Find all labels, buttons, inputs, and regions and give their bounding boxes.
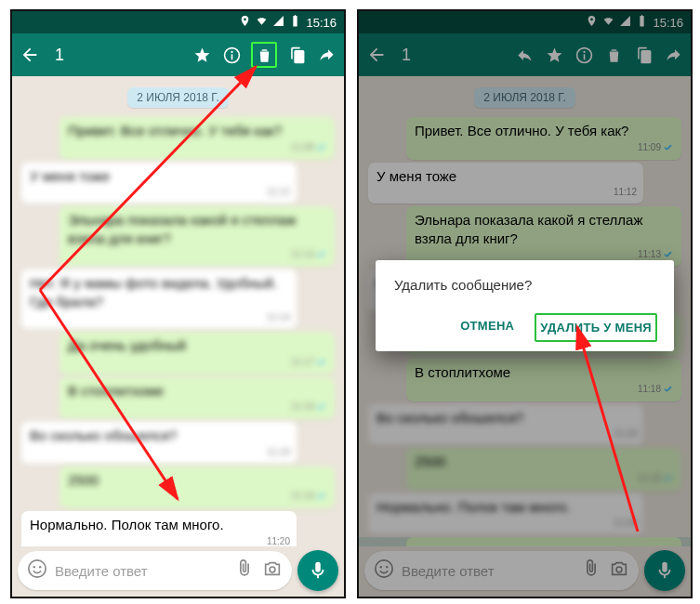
emoji-icon[interactable]	[27, 558, 47, 583]
message-bubble[interactable]: У меня тоже11:12	[21, 163, 297, 204]
input-placeholder: Введите ответ	[55, 563, 227, 579]
message-bubble[interactable]: Да очень удобный11:17	[59, 332, 335, 374]
message-bubble[interactable]: Привет. Все отлично. У тебя как?11:09	[59, 117, 335, 160]
message-bubble[interactable]: Во сколько обошелся?11:19	[21, 422, 297, 464]
phone-right: 15:16 1 2 ИЮЛЯ 2018 Г. Привет. Все отлич…	[357, 9, 693, 598]
message-text: У меня тоже	[30, 168, 110, 184]
message-text: Нет. Я у мамы фото видела. Удобный. Где …	[30, 275, 277, 309]
dialog-delete-for-me-button[interactable]: УДАЛИТЬ У МЕНЯ	[535, 313, 657, 342]
delete-icon-highlighted[interactable]	[251, 42, 277, 68]
dialog-cancel-button[interactable]: ОТМЕНА	[456, 313, 518, 342]
message-meta: 11:18	[68, 400, 328, 414]
battery-icon	[289, 15, 301, 30]
delete-icon	[254, 45, 274, 65]
back-icon[interactable]	[20, 45, 40, 65]
selection-count: 1	[49, 46, 182, 65]
phone-left: 15:16 1 2 ИЮЛЯ 2018 Г. Привет. Все отлич…	[10, 9, 346, 598]
message-text: Нормально. Полок там много.	[30, 517, 224, 532]
read-tick-icon	[317, 249, 328, 261]
chat-area[interactable]: 2 ИЮЛЯ 2018 Г. Привет. Все отлично. У те…	[12, 76, 344, 546]
date-pill: 2 ИЮЛЯ 2018 Г.	[127, 87, 229, 108]
read-tick-icon	[317, 142, 328, 154]
read-tick-icon	[317, 401, 328, 414]
message-input[interactable]: Введите ответ	[18, 551, 292, 590]
attach-icon[interactable]	[234, 558, 255, 583]
message-bubble[interactable]: Нет. Я у мамы фото видела. Удобный. Где …	[21, 269, 297, 329]
svg-point-2	[33, 566, 35, 568]
message-meta: 11:19	[68, 490, 328, 503]
message-meta: 11:14	[30, 311, 290, 323]
dialog-title: Удалить сообщение?	[394, 277, 657, 293]
info-icon[interactable]	[221, 45, 242, 65]
statusbar: 15:16	[12, 11, 344, 33]
message-text: В стоплитхоме	[68, 383, 164, 399]
message-text: Эльнара показала какой я стеллаж взяла д…	[68, 212, 296, 246]
star-icon[interactable]	[192, 45, 212, 65]
read-tick-icon	[317, 491, 328, 503]
location-icon	[239, 15, 251, 30]
clock-text: 15:16	[306, 16, 337, 30]
svg-point-3	[39, 566, 41, 568]
message-meta: 11:17	[68, 356, 328, 369]
appbar-selection: 1	[12, 33, 344, 76]
message-bubble[interactable]: В стоплитхоме11:18	[59, 377, 335, 420]
camera-icon[interactable]	[262, 558, 283, 583]
delete-dialog: Удалить сообщение? ОТМЕНА УДАЛИТЬ У МЕНЯ	[376, 260, 674, 351]
forward-icon[interactable]	[316, 45, 337, 65]
message-meta: 11:19	[30, 446, 290, 458]
svg-point-0	[231, 50, 232, 52]
copy-icon[interactable]	[286, 45, 307, 65]
input-bar: Введите ответ	[18, 550, 338, 591]
message-meta: 11:09	[68, 141, 328, 154]
message-bubble[interactable]: Нормально. Полок там много.11:20	[21, 511, 297, 546]
svg-point-4	[270, 567, 275, 572]
message-text: 2500	[68, 472, 99, 488]
message-text: Привет. Все отлично. У тебя как?	[68, 123, 282, 138]
svg-point-1	[29, 560, 46, 577]
read-tick-icon	[317, 357, 328, 369]
message-bubble[interactable]: 250011:19	[59, 466, 335, 509]
message-bubble[interactable]: Эльнара показала какой я стеллаж взяла д…	[59, 206, 335, 267]
message-text: Во сколько обошелся?	[30, 427, 177, 443]
tutorial-stage: 15:16 1 2 ИЮЛЯ 2018 Г. Привет. Все отлич…	[0, 0, 700, 604]
message-meta: 11:20	[30, 535, 290, 547]
signal-icon	[272, 15, 284, 30]
mic-button[interactable]	[297, 550, 338, 591]
message-text: Да очень удобный	[68, 337, 186, 353]
message-meta: 11:12	[30, 186, 290, 198]
message-meta: 11:13	[68, 248, 328, 261]
wifi-icon	[256, 15, 268, 30]
